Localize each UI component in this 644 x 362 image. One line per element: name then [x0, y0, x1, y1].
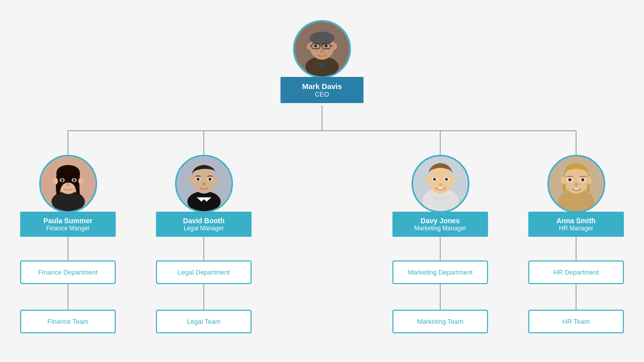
- org-chart: Mark Davis CEO: [20, 10, 624, 352]
- svg-point-25: [314, 44, 317, 47]
- dept-box-1: Legal Department: [156, 260, 252, 284]
- manager-name-3: Anna Smith: [537, 217, 615, 225]
- manager-avatar-3: [547, 155, 605, 213]
- svg-point-65: [568, 178, 572, 182]
- svg-point-66: [581, 178, 584, 182]
- manager-title-0: Finance Manger: [29, 225, 107, 232]
- manager-card-1: David Booth Legal Manager: [156, 212, 252, 237]
- manager-node-2: Davy Jones Marketing Manager: [392, 155, 488, 237]
- ceo-node: Mark Davis CEO: [281, 20, 364, 103]
- team-box-2: Marketing Team: [392, 310, 488, 333]
- svg-point-56: [445, 178, 448, 181]
- svg-point-52: [450, 177, 455, 184]
- manager-name-1: David Booth: [165, 217, 243, 225]
- team-label-2: Marketing Team: [392, 310, 488, 333]
- svg-point-51: [425, 177, 430, 184]
- svg-point-41: [189, 177, 193, 184]
- team-box-3: HR Team: [528, 310, 624, 333]
- svg-point-37: [66, 184, 69, 187]
- manager-node-1: David Booth Legal Manager: [156, 155, 252, 237]
- dept-label-0: Finance Department: [20, 260, 116, 284]
- svg-point-46: [208, 178, 211, 181]
- svg-point-55: [433, 178, 436, 181]
- ceo-name: Mark Davis: [296, 82, 349, 90]
- svg-point-42: [214, 177, 218, 184]
- dept-label-1: Legal Department: [156, 260, 252, 284]
- dept-label-2: Marketing Department: [392, 260, 488, 284]
- dept-label-3: HR Department: [528, 260, 624, 284]
- team-label-1: Legal Team: [156, 310, 252, 333]
- manager-card-2: Davy Jones Marketing Manager: [392, 212, 488, 237]
- dept-box-2: Marketing Department: [392, 260, 488, 284]
- team-label-3: HR Team: [528, 310, 624, 333]
- ceo-card: Mark Davis CEO: [281, 77, 364, 103]
- svg-point-62: [586, 176, 591, 184]
- manager-avatar-2: [412, 155, 469, 213]
- manager-title-3: HR Manager: [537, 225, 615, 232]
- manager-node-3: Anna Smith HR Manager: [528, 155, 624, 237]
- svg-point-27: [320, 49, 324, 53]
- svg-point-36: [72, 179, 75, 182]
- ceo-title: CEO: [296, 90, 349, 98]
- svg-point-19: [332, 43, 337, 50]
- manager-card-0: Paula Summer Finance Manger: [20, 212, 116, 237]
- svg-point-26: [325, 44, 328, 47]
- manager-avatar-1: [175, 155, 233, 213]
- dept-box-3: HR Department: [528, 260, 624, 284]
- svg-point-61: [560, 176, 566, 184]
- svg-point-47: [202, 183, 205, 186]
- svg-point-39: [187, 191, 220, 211]
- team-box-0: Finance Team: [20, 310, 116, 333]
- svg-point-31: [53, 178, 57, 185]
- svg-point-32: [78, 178, 83, 185]
- team-box-1: Legal Team: [156, 310, 252, 333]
- manager-title-1: Legal Manager: [165, 225, 243, 232]
- manager-card-3: Anna Smith HR Manager: [528, 212, 624, 237]
- svg-point-67: [575, 183, 578, 187]
- manager-avatar-0: [39, 155, 97, 213]
- svg-point-57: [439, 183, 442, 186]
- svg-point-45: [196, 178, 199, 181]
- svg-point-18: [307, 43, 311, 50]
- dept-box-0: Finance Department: [20, 260, 116, 284]
- manager-name-2: Davy Jones: [401, 217, 479, 225]
- svg-point-17: [309, 32, 334, 45]
- manager-name-0: Paula Summer: [29, 217, 107, 225]
- team-label-0: Finance Team: [20, 310, 116, 333]
- manager-node-0: Paula Summer Finance Manger: [20, 155, 116, 237]
- ceo-avatar: [293, 20, 351, 78]
- manager-title-2: Marketing Manager: [401, 225, 479, 232]
- svg-point-35: [60, 179, 63, 182]
